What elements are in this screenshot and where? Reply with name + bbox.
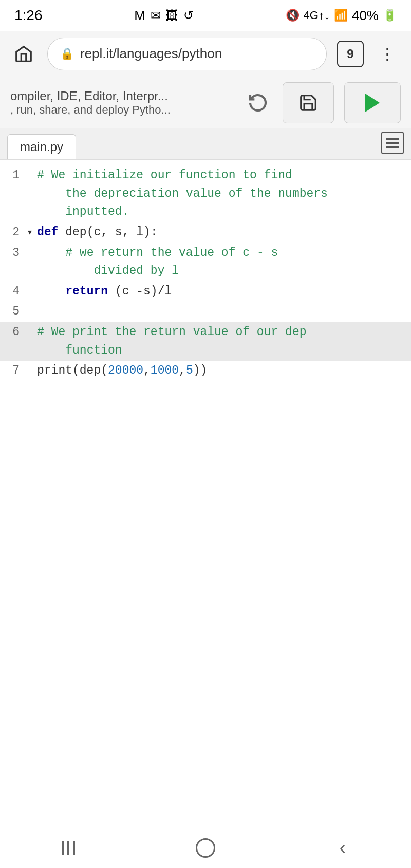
mute-icon: 🔇 [286, 9, 300, 22]
signal-bars: 📶 [334, 9, 348, 22]
code-content-7: print(dep(20000,1000,5)) [37, 362, 411, 380]
editor-container: main.py 1 # We initialize our function t… [0, 128, 411, 607]
line-num-4: 4 [0, 283, 27, 301]
editor-tab-main[interactable]: main.py [7, 134, 76, 159]
sync-icon: ↺ [183, 8, 194, 23]
code-content-4: return (c -s)/l [37, 283, 411, 301]
line-num-6: 6 [0, 323, 27, 342]
menu-line-2 [386, 142, 399, 144]
nav-bar-3 [73, 841, 75, 855]
mail-icon: ✉ [151, 8, 161, 23]
line-arrow-2: ▾ [27, 224, 37, 241]
line-num-2: 2 [0, 224, 27, 242]
editor-empty-space [0, 607, 411, 827]
run-icon [365, 94, 380, 112]
more-button[interactable]: ⋮ [374, 44, 401, 64]
nav-bar-1 [62, 841, 64, 855]
editor-menu-button[interactable] [381, 132, 404, 154]
status-right: 🔇 4G↑↓ 📶 40% 🔋 [286, 8, 397, 24]
photo-icon: 🖼 [166, 8, 178, 23]
code-area[interactable]: 1 # We initialize our function to find t… [0, 160, 411, 386]
line-num-3: 3 [0, 244, 27, 263]
page-title-area: ompiler, IDE, Editor, Interpr... , run, … [10, 89, 233, 117]
code-content-1: # We initialize our function to find the… [37, 167, 411, 221]
code-line-6: 6 # We print the return value of our dep… [0, 322, 411, 361]
run-button[interactable] [344, 82, 401, 123]
browser-bar: 🔒 repl.it/languages/python 9 ⋮ [0, 31, 411, 77]
code-line-7: 7 print(dep(20000,1000,5)) [0, 361, 411, 381]
menu-lines-icon [386, 138, 399, 148]
home-button[interactable] [10, 41, 37, 67]
line-num-5: 5 [0, 303, 27, 321]
page-title-line2: , run, share, and deploy Pytho... [10, 103, 233, 117]
line-arrow-4 [27, 283, 37, 284]
url-text: repl.it/languages/python [80, 46, 314, 62]
battery-level: 40% [352, 8, 379, 24]
code-content-6: # We print the return value of our dep f… [37, 323, 411, 360]
status-icons-left: M ✉ 🖼 ↺ [134, 8, 194, 24]
url-bar[interactable]: 🔒 repl.it/languages/python [47, 38, 327, 70]
line-num-1: 1 [0, 167, 27, 185]
signal-icon: 4G↑↓ [304, 9, 330, 22]
page-title-line1: ompiler, IDE, Editor, Interpr... [10, 89, 233, 103]
nav-bars [62, 841, 75, 855]
battery-icon: 🔋 [383, 9, 397, 22]
menu-line-1 [386, 138, 399, 140]
line-num-7: 7 [0, 362, 27, 380]
nav-bar-2 [67, 841, 69, 855]
page-header: ompiler, IDE, Editor, Interpr... , run, … [0, 77, 411, 128]
code-content-3: # we return the value of c - s divided b… [37, 244, 411, 281]
nav-home-icon [196, 838, 215, 858]
nav-back-button[interactable]: ‹ [322, 833, 363, 863]
nav-menu-button[interactable] [48, 833, 89, 863]
nav-menu-icon [62, 841, 75, 855]
code-line-3: 3 # we return the value of c - s divided… [0, 243, 411, 282]
line-arrow-6 [27, 323, 37, 324]
lock-icon: 🔒 [60, 47, 74, 61]
line-arrow-7 [27, 362, 37, 363]
code-line-2: 2 ▾ def dep(c, s, l): [0, 223, 411, 243]
line-arrow-5 [27, 303, 37, 304]
nav-back-icon: ‹ [340, 837, 346, 859]
menu-line-3 [386, 146, 399, 148]
save-button[interactable] [283, 82, 334, 123]
line-arrow-1 [27, 167, 37, 168]
tab-count[interactable]: 9 [337, 41, 364, 67]
refresh-button[interactable] [244, 88, 272, 117]
code-line-5: 5 [0, 302, 411, 322]
editor-tab-bar: main.py [0, 128, 411, 160]
code-line-1: 1 # We initialize our function to find t… [0, 165, 411, 223]
code-line-4: 4 return (c -s)/l [0, 282, 411, 302]
bottom-nav: ‹ [0, 827, 411, 868]
line-arrow-3 [27, 244, 37, 245]
status-time: 1:26 [14, 7, 43, 24]
status-bar: 1:26 M ✉ 🖼 ↺ 🔇 4G↑↓ 📶 40% 🔋 [0, 0, 411, 31]
nav-home-button[interactable] [185, 833, 226, 863]
code-content-2: def dep(c, s, l): [37, 224, 411, 242]
gmail-icon: M [134, 8, 145, 24]
